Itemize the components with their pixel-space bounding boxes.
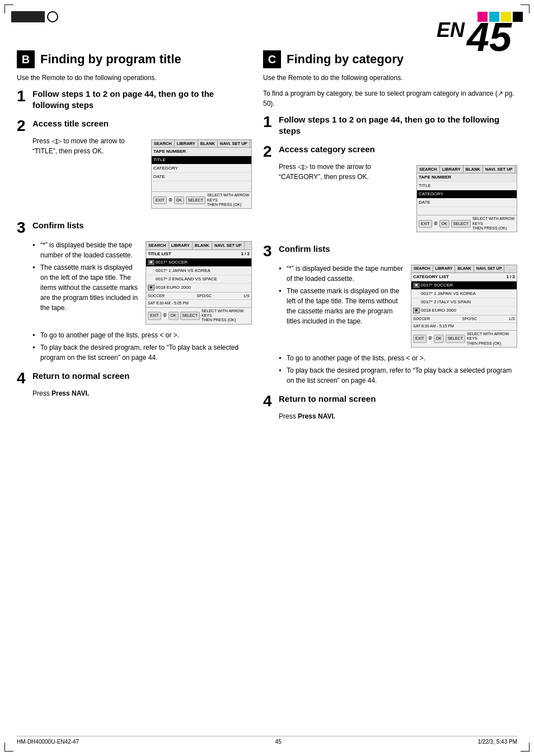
list-item3: 0017* 2 ENGLAND VS SPACE — [146, 275, 251, 284]
c-step2-title: Access category screen — [279, 144, 375, 155]
step3-body: “*” is displayed beside the tape number … — [32, 238, 252, 362]
section-b-header: B Finding by program title — [17, 50, 252, 68]
nav-list-screen: SEARCH LIBRARY BLANK NAVI. SET UP TITLE … — [146, 241, 252, 324]
page-number: 45 — [467, 15, 512, 59]
c-bullet1: “*” is displayed beside the tape number … — [279, 264, 406, 284]
step1-num: 1 — [17, 88, 28, 104]
c-step4-title: Return to normal screen — [279, 393, 376, 405]
reg-circle — [47, 11, 58, 22]
c-step1-num: 1 — [263, 114, 274, 130]
nav-select-btn: SELECT — [186, 196, 205, 205]
page-footer: HM-DH40000U-EN42-47 45 1/22/3, 5:43 PM — [17, 736, 517, 745]
tab-library: LIBRARY — [175, 140, 198, 147]
section-c-step3: 3 Confirm lists “*” is displayed beside … — [263, 243, 517, 386]
section-c-title: Finding by category — [287, 52, 404, 67]
section-b: B Finding by program title Use the Remot… — [17, 50, 252, 429]
section-b-letter: B — [17, 50, 35, 68]
c-step3-bullets-continued: To go to another page of the lists, pres… — [279, 353, 517, 386]
list-title-row: TITLE LIST 1 / 2 — [146, 250, 251, 259]
bullet1: “*” is displayed beside the tape number … — [32, 240, 141, 260]
section-b-step2: 2 Access title screen Press ◁▷ to move t… — [17, 118, 252, 212]
footer-left: HM-DH40000U-EN42-47 — [17, 739, 79, 745]
step2-text: Press ◁▷ to move the arrow to “TITLE”, t… — [32, 136, 146, 156]
section-c: C Finding by category Use the Remote to … — [263, 50, 517, 429]
step2-title: Access title screen — [32, 118, 109, 129]
tab-blank: BLANK — [198, 140, 218, 147]
c-confirm-screen: SEARCH LIBRARY BLANK NAVI. SET UP CATEGO… — [411, 261, 517, 351]
tab-navi: NAVI. SET UP — [218, 140, 250, 147]
nav-category-screen: SEARCH LIBRARY BLANK NAVI. SET UP TAPE N… — [416, 165, 517, 232]
nav-exit-btn: EXIT — [153, 196, 167, 205]
footer-center: 45 — [275, 739, 282, 745]
c-step2-body: Press ◁▷ to move the arrow to “CATEGORY”… — [279, 162, 517, 236]
reg-marks-left — [11, 11, 58, 22]
section-c-intro1: Use the Remote to do the following opera… — [263, 73, 517, 83]
c-step3-title: Confirm lists — [279, 243, 330, 255]
footer-right: 1/22/3, 5:43 PM — [477, 739, 517, 745]
c-step2-text: Press ◁▷ to move the arrow to “CATEGORY”… — [279, 162, 411, 182]
cassette-icon-1: ▣ — [148, 260, 154, 265]
c-step3-body: “*” is displayed beside the tape number … — [279, 261, 517, 386]
nav-title-screen: SEARCH LIBRARY BLANK NAVI. SET UP TAPE N… — [151, 139, 252, 209]
nav-row-tape: TAPE NUMBER — [152, 148, 251, 156]
step2-num: 2 — [17, 118, 28, 134]
step4-title: Return to normal screen — [32, 370, 129, 382]
cassette-icon-4: ▣ — [148, 285, 154, 290]
nav-body-empty — [152, 181, 251, 191]
bullet2: The cassette mark is displayed on the le… — [32, 262, 141, 313]
step3-num: 3 — [17, 220, 28, 236]
nav-ok-btn: OK — [174, 196, 184, 205]
en-label: EN — [437, 18, 465, 41]
nav-row-category: CATEGORY — [152, 165, 251, 173]
step3-bullets-continued: To go to another page of the lists, pres… — [32, 330, 252, 363]
nav-compass-icon: ⦿ — [168, 198, 172, 204]
list-footer: EXIT ⦿ OK SELECT SELECT WITH ARROW KEYS … — [146, 307, 251, 324]
reg-box — [11, 11, 45, 22]
nav-row-date: DATE — [152, 173, 251, 181]
c-step2-num: 2 — [263, 144, 274, 159]
nav-cat-list-screen: SEARCH LIBRARY BLANK NAVI. SET UP CATEGO… — [411, 265, 517, 348]
section-b-step4: 4 Return to normal screen Press Press NA… — [17, 370, 252, 398]
step2-body: Press ◁▷ to move the arrow to “TITLE”, t… — [32, 136, 252, 212]
list-item2: 0017* 1 JAPAN VS KOREA — [146, 267, 251, 275]
step4-num: 4 — [17, 370, 28, 386]
section-b-step1: 1 Follow steps 1 to 2 on page 44, then g… — [17, 88, 252, 110]
c-step3-bullets: “*” is displayed beside the tape number … — [279, 264, 406, 326]
section-b-title: Finding by program title — [40, 52, 181, 67]
section-c-intro2: To find a program by category, be sure t… — [263, 88, 517, 109]
c-step4-num: 4 — [263, 393, 274, 409]
list-item1: ▣ 0017* SOCCER — [146, 259, 251, 267]
list-header: SEARCH LIBRARY BLANK NAVI. SET UP — [146, 242, 251, 250]
section-b-step3: 3 Confirm lists “*” is displayed beside … — [17, 220, 252, 362]
c-bullet2: The cassette mark is displayed on the le… — [279, 286, 406, 326]
c-bullet3: To go to another page of the lists, pres… — [279, 353, 517, 363]
list-exit-btn: EXIT — [148, 312, 161, 320]
nav-row-title: TITLE — [152, 156, 251, 165]
section-b-intro: Use the Remote to do the following opera… — [17, 73, 252, 83]
section-c-letter: C — [263, 50, 281, 68]
bullet3: To go to another page of the lists, pres… — [32, 330, 252, 340]
list-item4: ▣ 0018 EURO 2000 — [146, 284, 251, 292]
c-step1-title: Follow steps 1 to 2 on page 44, then go … — [279, 114, 517, 136]
tab-search: SEARCH — [152, 140, 175, 147]
section-c-step1: 1 Follow steps 1 to 2 on page 44, then g… — [263, 114, 517, 136]
step1-title: Follow steps 1 to 2 on page 44, then go … — [32, 88, 252, 110]
bullet4: To play back the desired program, refer … — [32, 342, 252, 363]
c-nav-header: SEARCH LIBRARY BLANK NAVI. SET UP — [417, 166, 517, 173]
section-c-step4: 4 Return to normal screen Press Press NA… — [263, 393, 517, 421]
nav-footer: EXIT ⦿ OK SELECT SELECT WITH ARROW KEYS … — [152, 191, 251, 208]
c-step4-body: Press Press NAVI. — [279, 411, 517, 421]
nav-instruction: SELECT WITH ARROW KEYS THEN PRESS (OK) — [207, 193, 250, 207]
step3-bullets: “*” is displayed beside the tape number … — [32, 240, 141, 313]
step3-title: Confirm lists — [32, 220, 84, 231]
c-step3-num: 3 — [263, 243, 274, 259]
c-bullet4: To play back the desired program, refer … — [279, 365, 517, 386]
step4-body: Press Press NAVI. — [32, 388, 252, 398]
confirm-screen-b: SEARCH LIBRARY BLANK NAVI. SET UP TITLE … — [146, 238, 252, 327]
nav-title-header: SEARCH LIBRARY BLANK NAVI. SET UP — [152, 140, 251, 148]
main-content: B Finding by program title Use the Remot… — [0, 45, 534, 440]
list-time: SAT 8:30 AM - 5:05 PM — [146, 299, 251, 307]
section-c-step2: 2 Access category screen Press ◁▷ to mov… — [263, 144, 517, 236]
page-number-area: EN45 — [437, 17, 512, 57]
list-info: SOCCER SPO/SC L/S — [146, 292, 251, 300]
